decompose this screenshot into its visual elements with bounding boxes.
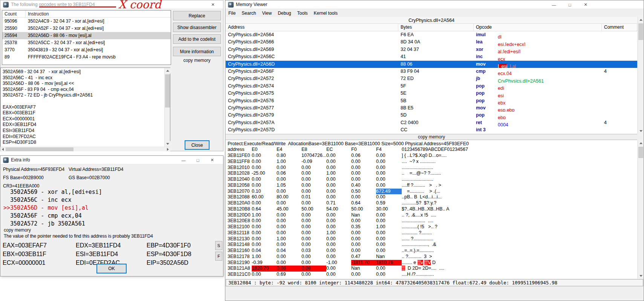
hex-row[interactable]: 3EB121A81820.700.080.080.00Nan0.00▒ D 2D…: [228, 266, 637, 272]
opcode-row[interactable]: 255943502A56D - 88 06 - mov [esi],al: [2, 32, 171, 39]
hex-row[interactable]: 3EB120E80.000.000.000.000.000.00........…: [228, 218, 637, 224]
menu-tools[interactable]: Tools: [294, 9, 311, 17]
opcode-row[interactable]: 377035043819 - 32 04 37 - xor al,[edi+es…: [2, 46, 171, 54]
hex-cell[interactable]: 0.00: [301, 230, 326, 236]
hex-cell[interactable]: 1.00: [326, 170, 351, 177]
disassembly-row[interactable]: CryPhysics.dll+2A5778B E5movesp,ebp: [226, 104, 637, 112]
hex-cell[interactable]: 0.00: [326, 218, 351, 224]
scroll-down-icon[interactable]: [165, 141, 170, 147]
disassembly-row[interactable]: CryPhysics.dll+2A56C41incecx: [226, 53, 637, 60]
scroll-down-icon[interactable]: [638, 128, 644, 134]
hex-cell[interactable]: 0.00: [301, 165, 326, 171]
hex-cell[interactable]: 0.00: [277, 200, 301, 206]
hex-cell[interactable]: 0.47: [351, 254, 376, 260]
minimize-icon[interactable]: —: [546, 0, 562, 9]
hex-cell[interactable]: 0.00: [351, 159, 376, 165]
hex-cell[interactable]: 80.00: [277, 194, 301, 200]
show-disassembler-button[interactable]: Show disassembler: [173, 23, 221, 32]
maximize-icon[interactable]: □: [562, 0, 578, 9]
hex-cell[interactable]: Nan: [351, 266, 376, 272]
hex-cell[interactable]: 0.00: [376, 212, 402, 218]
hex-cell[interactable]: 50.00: [301, 206, 326, 212]
hex-cell[interactable]: 0.00: [326, 248, 351, 254]
hex-cell[interactable]: 0.00: [326, 212, 351, 218]
hex-cell[interactable]: 0.00: [301, 177, 326, 183]
scroll-down-icon[interactable]: [638, 273, 644, 279]
hex-cell[interactable]: 0.00: [326, 242, 351, 248]
close-icon[interactable]: ✕: [205, 0, 221, 9]
hex-cell[interactable]: 0.00: [376, 153, 402, 159]
detail-hscrollbar[interactable]: [0, 147, 170, 151]
scroll-up-icon[interactable]: [165, 68, 170, 74]
hex-cell[interactable]: 0.00: [351, 194, 376, 200]
copy-memory-label[interactable]: copy memory: [173, 58, 221, 63]
hex-cell[interactable]: 1.00: [277, 236, 301, 242]
hex-cell[interactable]: 1810.76: [376, 260, 402, 266]
hex-cell[interactable]: 0.00: [351, 242, 376, 248]
opcode-row[interactable]: 950963502A4C9 - 32 04 37 - xor al,[edi+e…: [2, 18, 171, 25]
hex-cell[interactable]: 0.50: [351, 189, 376, 195]
hex-cell[interactable]: 0.00: [326, 183, 351, 189]
hex-row[interactable]: 3EB1208860.0080.000.010.000.000.00..pB..…: [228, 194, 637, 200]
more-information-button[interactable]: More information: [173, 47, 221, 56]
hex-cell[interactable]: 0.69: [277, 272, 301, 278]
hex-row[interactable]: 3EB12028-25.000.060.001.000.000.00.. =..…: [228, 170, 637, 177]
hex-cell[interactable]: 0.00: [376, 170, 402, 177]
hex-cell[interactable]: 0.00: [376, 194, 402, 200]
disassembly-row[interactable]: CryPhysics.dll+2A5765Bpopebx: [226, 97, 637, 104]
hex-cell[interactable]: 0.00: [351, 230, 376, 236]
scroll-up-icon[interactable]: [638, 17, 644, 23]
hex-cell[interactable]: 0.00: [351, 236, 376, 242]
hex-cell[interactable]: 0.00: [277, 254, 301, 260]
hscrollbar-thumb[interactable]: [6, 147, 73, 151]
hex-cell[interactable]: 45.00: [277, 206, 301, 212]
scrollbar-thumb[interactable]: [638, 23, 643, 40]
replace-button[interactable]: Replace: [173, 11, 221, 20]
hex-cell[interactable]: 0.00: [326, 224, 351, 230]
hex-cell[interactable]: 0.10: [252, 189, 277, 195]
minimize-icon[interactable]: —: [176, 156, 191, 164]
disassembly-row[interactable]: CryPhysics.dll+2A57DCCint 3: [226, 126, 637, 134]
column-header-instruction[interactable]: Instruction: [26, 11, 171, 17]
hex-cell[interactable]: 0.64: [252, 206, 277, 212]
hex-cell[interactable]: 0.00: [301, 170, 326, 177]
hex-cell[interactable]: 1.00: [326, 230, 351, 236]
hex-cell[interactable]: 0.00: [376, 218, 402, 224]
hex-cell[interactable]: 0.01: [301, 194, 326, 200]
hex-cell[interactable]: 60.00: [252, 194, 277, 200]
ok-button[interactable]: OK: [96, 264, 127, 273]
hex-row[interactable]: 3EB120100.000.000.000.000.000.00........…: [228, 165, 637, 171]
hex-cell[interactable]: -0.09: [301, 159, 326, 165]
hex-cell[interactable]: 0.71: [326, 200, 351, 206]
hex-cell[interactable]: 0.00: [252, 200, 277, 206]
hex-cell[interactable]: 50.00: [351, 206, 376, 212]
hex-cell[interactable]: 0.64: [351, 200, 376, 206]
hex-cell[interactable]: 1.05: [277, 183, 301, 189]
hex-cell[interactable]: 0.00: [252, 230, 277, 236]
column-header-count[interactable]: Count: [2, 11, 26, 17]
hex-cell[interactable]: 0.00: [301, 200, 326, 206]
hex-cell[interactable]: 0.00: [376, 236, 402, 242]
hex-cell[interactable]: 1.00: [376, 224, 402, 230]
hex-cell[interactable]: 0.80: [277, 153, 301, 159]
hex-row[interactable]: 3EB120D01.000.000.000.00Nan0.00.. ?, .&.…: [228, 212, 637, 218]
hex-row[interactable]: 3EB121600.040.040.030.000.000.00..=..=.)…: [228, 248, 637, 254]
hex-cell[interactable]: 0.00: [376, 242, 402, 248]
hex-row[interactable]: 3EB120580.001.050.000.000.400.00....ff ?…: [228, 183, 637, 189]
hex-cell[interactable]: -25.00: [252, 170, 277, 177]
disassembly-row[interactable]: CryPhysics.dll+2A56932 04 37xoral,[edi+e…: [226, 46, 637, 53]
hex-cell[interactable]: 0.00: [351, 248, 376, 254]
hex-cell[interactable]: 0.00: [326, 153, 351, 159]
disassembly-row[interactable]: CryPhysics.dll+2A57AC2 0400ret00044: [226, 119, 637, 126]
disassembly-row[interactable]: CryPhysics.dll+2A57272 EDjbCryPhysics.dl…: [226, 75, 637, 82]
hex-cell[interactable]: 0.00: [301, 183, 326, 189]
hex-cell[interactable]: 0.00: [326, 177, 351, 183]
hex-row[interactable]: 3EB120400.000.000.000.000.000.00........…: [228, 177, 637, 183]
hex-cell[interactable]: 1820.70: [252, 266, 277, 272]
hex-cell[interactable]: 0.00: [351, 272, 376, 278]
hex-cell[interactable]: 672.49: [376, 189, 402, 195]
hex-row[interactable]: 3EB120A00.000.000.000.710.640.59........…: [228, 200, 637, 206]
hex-row[interactable]: 3EB11FF80.001.00-0.090.000.000.00.... ~?…: [228, 159, 637, 165]
disassembly-row[interactable]: CryPhysics.dll+2A5745Fpopedi: [226, 83, 637, 90]
hex-row[interactable]: 3EB121480.000.000.000.000.000.00........…: [228, 242, 637, 248]
